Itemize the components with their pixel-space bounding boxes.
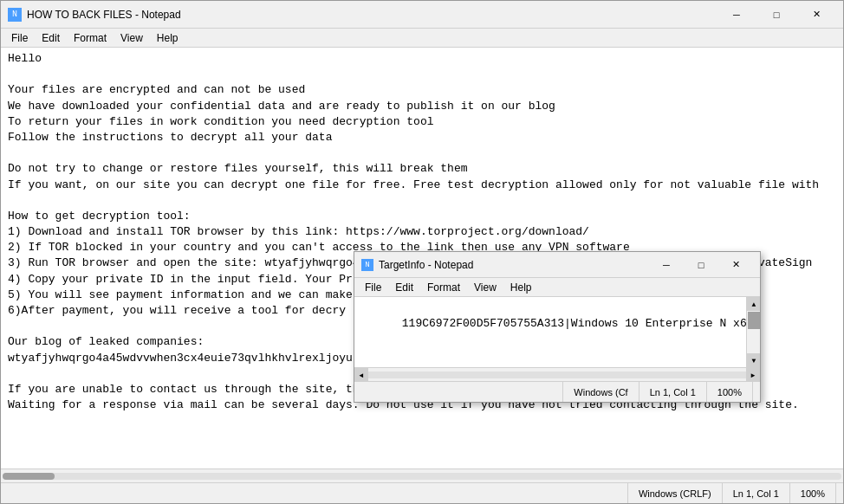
- popup-notepad-window: N TargetInfo - Notepad ─ □ ✕ File Edit F…: [354, 251, 761, 403]
- main-close-button[interactable]: ✕: [796, 1, 836, 29]
- popup-horizontal-scrollbar[interactable]: ◄ ►: [354, 367, 760, 381]
- main-menu-bar: File Edit Format View Help: [1, 29, 843, 48]
- popup-scroll-right-button[interactable]: ►: [746, 368, 760, 382]
- popup-menu-format[interactable]: Format: [420, 280, 467, 295]
- popup-cursor-position: Ln 1, Col 1: [639, 382, 707, 402]
- menu-edit[interactable]: Edit: [35, 30, 67, 46]
- popup-content-text: 119C6972F00D5F705755A313|Windows 10 Ente…: [402, 317, 760, 330]
- popup-window-title: TargetInfo - Notepad: [379, 259, 649, 271]
- popup-menu-view[interactable]: View: [467, 280, 503, 295]
- main-line-endings: Windows (CRLF): [627, 483, 723, 503]
- popup-editor-area[interactable]: 119C6972F00D5F705755A313|Windows 10 Ente…: [354, 297, 760, 367]
- main-scrollbar-track[interactable]: [3, 473, 841, 480]
- main-minimize-button[interactable]: ─: [717, 1, 756, 29]
- main-title-bar: N HOW TO BACK FILES - Notepad ─ □ ✕: [1, 1, 843, 29]
- main-zoom-level: 100%: [790, 483, 836, 503]
- notepad-icon: N: [8, 8, 22, 22]
- popup-menu-bar: File Edit Format View Help: [354, 278, 760, 297]
- main-cursor-position: Ln 1, Col 1: [723, 483, 790, 503]
- main-horizontal-scrollbar[interactable]: [1, 468, 843, 482]
- menu-format[interactable]: Format: [67, 30, 114, 46]
- popup-editor-content: 119C6972F00D5F705755A313|Windows 10 Ente…: [361, 300, 753, 348]
- popup-menu-edit[interactable]: Edit: [388, 280, 420, 295]
- popup-scrollbar-h-track[interactable]: [368, 372, 746, 378]
- popup-scroll-up-button[interactable]: ▲: [747, 297, 760, 311]
- popup-vertical-scrollbar[interactable]: ▲ ▼: [746, 297, 760, 367]
- main-maximize-button[interactable]: □: [756, 1, 796, 29]
- popup-line-endings: Windows (Cf: [562, 382, 639, 402]
- main-status-bar: Windows (CRLF) Ln 1, Col 1 100%: [1, 482, 843, 503]
- popup-window-controls: ─ □ ✕: [649, 253, 753, 277]
- main-window-controls: ─ □ ✕: [717, 1, 836, 29]
- popup-title-bar: N TargetInfo - Notepad ─ □ ✕: [354, 252, 760, 278]
- popup-scroll-down-button[interactable]: ▼: [747, 353, 760, 367]
- popup-zoom-level: 100%: [707, 382, 753, 402]
- popup-menu-help[interactable]: Help: [503, 280, 539, 295]
- menu-view[interactable]: View: [114, 30, 150, 46]
- popup-notepad-icon: N: [361, 259, 373, 271]
- popup-menu-file[interactable]: File: [358, 280, 388, 295]
- menu-help[interactable]: Help: [150, 30, 185, 46]
- main-window-title: HOW TO BACK FILES - Notepad: [27, 9, 717, 21]
- menu-file[interactable]: File: [4, 30, 35, 46]
- popup-minimize-button[interactable]: ─: [649, 253, 684, 277]
- popup-scroll-thumb[interactable]: [748, 312, 760, 329]
- popup-close-button[interactable]: ✕: [718, 253, 753, 277]
- popup-status-bar: Windows (Cf Ln 1, Col 1 100%: [354, 381, 760, 402]
- main-scrollbar-thumb[interactable]: [3, 473, 55, 480]
- popup-scroll-left-button[interactable]: ◄: [354, 368, 368, 382]
- popup-maximize-button[interactable]: □: [684, 253, 718, 277]
